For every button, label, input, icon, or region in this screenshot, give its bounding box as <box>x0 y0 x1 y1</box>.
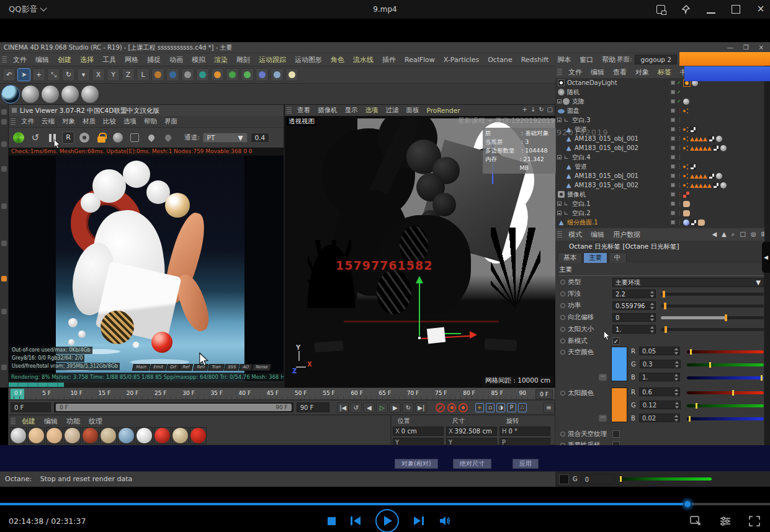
apply-button[interactable]: 应用 <box>513 459 539 469</box>
stop-button[interactable] <box>328 517 336 525</box>
lock-z-icon[interactable]: Z <box>122 68 135 81</box>
record-position-icon[interactable] <box>447 403 456 412</box>
phong-tag-icon[interactable] <box>683 145 689 151</box>
menu-item[interactable]: 文件 <box>17 117 38 126</box>
workplane-icon[interactable]: L <box>137 68 150 81</box>
capture-icon[interactable] <box>690 516 702 526</box>
close-icon[interactable]: × <box>756 5 765 14</box>
object-label[interactable]: 克隆 <box>572 97 584 106</box>
goto-end-button[interactable]: ▶| <box>415 402 427 413</box>
pan-icon[interactable]: + <box>522 106 527 113</box>
menu-item[interactable]: 用户数据 <box>609 230 645 239</box>
expand-color-icon[interactable]: ··· <box>599 415 607 422</box>
tool-icon[interactable] <box>1 365 7 370</box>
compositing-tag-icon[interactable] <box>691 219 697 226</box>
menu-item[interactable]: 创建 <box>17 417 40 426</box>
channel-dropdown[interactable]: PT▼ <box>203 133 248 143</box>
channel-gradient-slider[interactable] <box>687 376 764 379</box>
phong-tag-icon[interactable] <box>683 108 689 113</box>
object-row[interactable]: ▲细分曲面.1⋮ <box>555 218 770 227</box>
material-swatch-white[interactable] <box>136 427 153 444</box>
visibility-dots[interactable]: ⋮ <box>671 164 682 169</box>
coord-field[interactable]: H0 ° <box>499 427 550 436</box>
compositing-tag-icon[interactable] <box>690 126 696 133</box>
object-label[interactable]: 空白.2 <box>572 209 591 218</box>
c4d-close-icon[interactable]: × <box>759 44 764 51</box>
material-swatch-steel[interactable] <box>118 427 135 444</box>
render-preset-sphere[interactable] <box>22 86 39 103</box>
current-frame-field[interactable]: 0 F <box>11 402 51 412</box>
expander-icon[interactable] <box>557 202 562 206</box>
display-tag-icon[interactable] <box>683 201 690 207</box>
octane-render-preview[interactable]: Out-of-core used/max: 0Kb/4Gb Grey8/16: … <box>9 156 284 381</box>
pick-material-icon[interactable] <box>145 131 158 144</box>
keyframe-scale-icon[interactable]: ▫ <box>486 403 495 412</box>
keyframe-param-icon[interactable]: P <box>507 403 516 412</box>
object-label[interactable]: 圆盘 <box>567 107 580 115</box>
record-scale-icon[interactable] <box>459 403 467 412</box>
object-row[interactable]: ∟空白.4⋮ <box>555 153 770 162</box>
object-row[interactable]: ▲AM183_015_obj_001⋮▲▲▲▲ <box>555 171 770 180</box>
expand-color-icon[interactable]: ··· <box>599 374 607 381</box>
move-icon[interactable]: + <box>32 68 45 81</box>
material-swatch-silver[interactable] <box>10 427 27 444</box>
material-swatch-tan2[interactable] <box>46 427 63 444</box>
phong-tag-icon[interactable] <box>683 164 689 169</box>
primitive-icon[interactable] <box>196 68 209 81</box>
checkbox-混合天空纹理[interactable] <box>612 430 620 438</box>
tool-icon[interactable] <box>1 203 7 209</box>
toggle-view-icon[interactable]: ▢ <box>547 106 553 113</box>
selection-tag-icons[interactable]: ▲▲▲▲ <box>690 173 707 179</box>
goto-start-button[interactable]: |◀ <box>337 402 349 413</box>
back-icon[interactable]: ◀ <box>712 231 717 238</box>
menu-item[interactable]: 工具 <box>98 55 120 64</box>
expander-icon[interactable] <box>557 99 562 104</box>
buffer-tab[interactable]: Noise <box>252 364 272 371</box>
next-frame-button[interactable]: ▶ <box>389 402 401 413</box>
selection-tag-icons[interactable]: ▲▲▲▲▲ <box>690 145 712 151</box>
menu-item[interactable]: Redshift <box>517 56 553 64</box>
rotate-icon[interactable]: ↻ <box>62 68 75 81</box>
tab-主要[interactable]: 主要 <box>583 252 607 263</box>
menu-item[interactable]: 文件 <box>564 68 586 77</box>
object-row[interactable]: 圆盘⋮ <box>555 106 770 115</box>
tool-icon[interactable] <box>1 241 7 246</box>
timeline-ruler[interactable]: 0 F 0 F5 F10 F15 F20 F25 F30 F35 F40 F45… <box>8 388 555 400</box>
buffer-tab[interactable]: Emit <box>150 364 167 371</box>
loop-button[interactable]: ↻ <box>402 402 414 413</box>
object-row[interactable]: ∟空白.3⋮ <box>555 115 770 125</box>
menu-item[interactable]: 编辑 <box>586 68 609 77</box>
buffer-tab[interactable]: Main <box>132 364 150 371</box>
object-label[interactable]: AM183_015_obj_002 <box>575 182 638 188</box>
light-icon[interactable] <box>285 68 298 81</box>
channel-param-field[interactable]: 0.4 <box>251 133 270 143</box>
scale-icon[interactable]: ⤡ <box>47 68 60 81</box>
channel-gradient-slider[interactable] <box>687 417 764 420</box>
menu-item[interactable]: 查看 <box>293 106 314 115</box>
menu-item[interactable]: X-Particles <box>439 56 483 64</box>
coord-size-button[interactable]: 绝对尺寸 <box>453 459 491 469</box>
view-label[interactable]: 透视视图 <box>287 117 316 126</box>
tool-icon[interactable] <box>1 109 7 115</box>
color-swatch[interactable] <box>559 474 569 484</box>
channel-value-field[interactable]: 0.02 <box>639 414 680 422</box>
compositing-tag-icon[interactable] <box>690 164 696 170</box>
object-row[interactable]: ▲AM183_015_obj_002⋮▲▲▲▲▲ <box>555 143 770 153</box>
environment-icon[interactable] <box>271 68 284 81</box>
checkbox-新模式[interactable]: ✓ <box>612 337 620 345</box>
tab-中[interactable]: 中 <box>609 252 627 263</box>
slider[interactable] <box>661 304 764 308</box>
render-preset-sphere[interactable] <box>2 86 19 103</box>
keyframe-pla-icon[interactable]: ∴ <box>518 403 527 412</box>
menu-item[interactable]: 窗口 <box>575 55 598 64</box>
material-tag-icon[interactable] <box>683 99 689 105</box>
play-button[interactable]: ▷ <box>376 402 388 413</box>
octane-logo-icon[interactable] <box>12 131 25 144</box>
render-preset-sphere[interactable] <box>61 86 79 103</box>
menu-item[interactable]: 模式 <box>564 230 586 239</box>
menu-item[interactable]: 云端 <box>38 117 58 126</box>
menu-item[interactable]: 面板 <box>403 106 423 115</box>
selection-tag-icons[interactable]: ▲▲▲▲ <box>690 136 707 142</box>
material-ball-icon[interactable] <box>111 131 125 144</box>
menu-item[interactable]: 网格 <box>120 55 143 64</box>
